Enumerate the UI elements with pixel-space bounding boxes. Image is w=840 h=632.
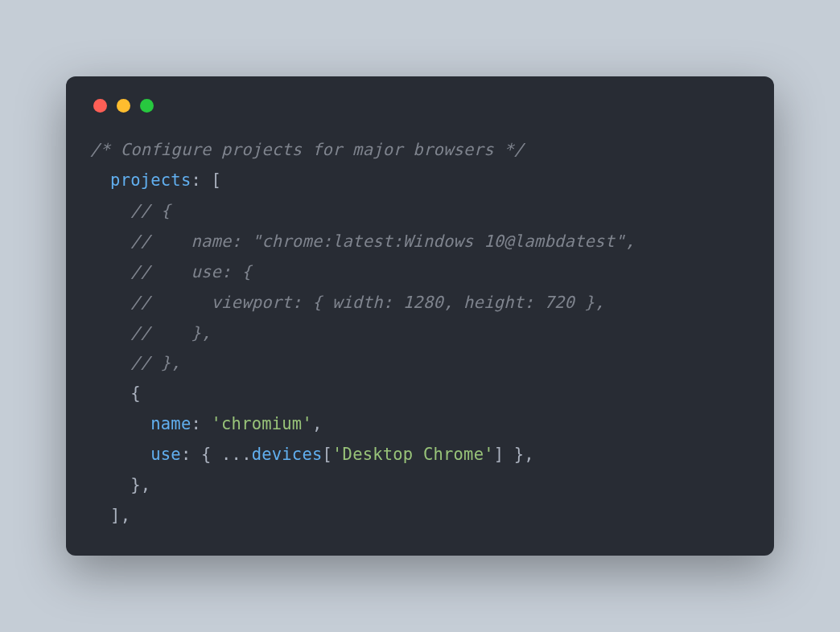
code-line-comment: // {	[130, 201, 171, 220]
code-line-comment: // },	[130, 323, 211, 343]
code-block: /* Configure projects for major browsers…	[90, 135, 750, 531]
code-punct: ,	[312, 414, 323, 433]
code-comment: /* Configure projects for major browsers…	[90, 140, 524, 159]
code-string: 'chromium'	[212, 414, 312, 433]
close-icon[interactable]	[93, 99, 107, 113]
code-line-comment: // viewport: { width: 1280, height: 720 …	[130, 293, 604, 312]
code-punct: :	[191, 414, 211, 433]
maximize-icon[interactable]	[140, 99, 154, 113]
code-line-comment: // name: "chrome:latest:Windows 10@lambd…	[130, 232, 635, 251]
code-punct: ],	[110, 506, 130, 525]
code-string: 'Desktop Chrome'	[332, 445, 494, 464]
code-identifier: devices	[252, 445, 323, 464]
code-punct: : [	[191, 170, 221, 190]
code-punct: : { ...	[181, 445, 252, 464]
code-line-comment: // },	[130, 353, 181, 372]
minimize-icon[interactable]	[117, 99, 130, 113]
traffic-lights	[90, 96, 750, 113]
code-key: projects	[110, 170, 191, 190]
code-window: /* Configure projects for major browsers…	[66, 76, 774, 556]
code-punct: {	[130, 384, 141, 403]
code-line-comment: // use: {	[130, 262, 252, 281]
code-punct: [	[323, 445, 333, 464]
code-key: name	[150, 414, 191, 433]
code-key: use	[150, 445, 181, 464]
code-punct: },	[130, 475, 150, 495]
code-punct: ] },	[494, 445, 534, 464]
